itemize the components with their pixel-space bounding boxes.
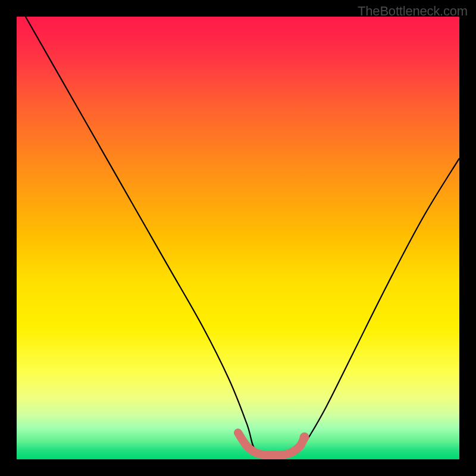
bottleneck-curve [26,17,459,456]
valley-highlight-dot [300,433,309,442]
chart-svg [17,17,459,459]
watermark-text: TheBottleneck.com [358,4,468,19]
valley-highlight [238,433,305,455]
chart-frame [17,17,459,459]
